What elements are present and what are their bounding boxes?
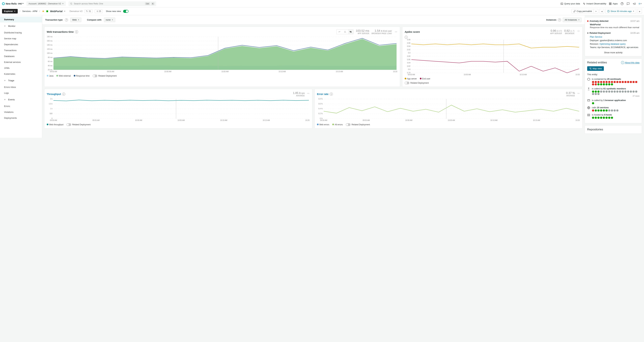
info-icon[interactable]: i [62,92,65,96]
sidebar-item[interactable]: Distributed tracing [0,30,42,36]
appserver-dot [405,78,406,80]
apps-label: Apps [613,2,618,5]
anomaly-entity: WebPortal [590,23,640,26]
related-title: Related entities [587,61,607,64]
workload-icon [587,78,590,81]
line-view-icon[interactable] [336,30,342,34]
deploy-toggle[interactable] [346,123,350,126]
deploy-service-link[interactable]: Plan Service [590,35,640,39]
info-icon[interactable]: i [330,92,333,96]
throughput-chart[interactable]: 05001 k1.5 k2 k09:50 AM09:55 AM10:00 AM1… [47,98,310,122]
list-pill[interactable]: 25 [95,10,102,13]
sidebar-item[interactable]: Logs [0,90,42,96]
entity-synthetic[interactable]: is called by 61 synthetic monitors 27 mo… [587,87,640,97]
time-next[interactable]: ▶ [638,9,642,14]
card-title[interactable]: Throughputi [47,92,65,96]
svg-text:10:20 AM: 10:20 AM [305,120,310,121]
web-transactions-card: Web transactions time i % 103.52 ms [44,27,400,87]
map-view-button[interactable]: Map view [587,66,604,71]
entity-browser[interactable]: is called by 1 browser application [587,99,640,104]
show-new-label: Show new view [106,10,121,12]
sidebar-section-monitor[interactable]: ▼ Monitor [0,22,42,30]
copy-permalink-button[interactable]: Copy permalink [572,9,594,14]
repositories-card: Repositories [585,125,642,134]
compare-select[interactable]: none▼ [104,18,115,22]
info-icon[interactable]: i [621,61,624,64]
deploy-toggle[interactable] [66,123,71,126]
deploy-toggle[interactable] [405,82,409,84]
throughput-val: 1.85 k [293,92,300,94]
service-selector[interactable]: WebPortal ▼ [50,10,66,13]
help-icon[interactable]: ? [558,18,561,22]
chart-view-toggle[interactable]: % [336,29,354,34]
svg-text:500: 500 [50,113,52,114]
anomaly-time: 10:07 am [630,20,640,22]
bar-view-icon[interactable] [342,30,348,34]
feedback-icon[interactable] [626,2,630,6]
star-icon[interactable]: ★ [42,10,44,13]
deploy-toggle[interactable] [92,74,97,77]
logo[interactable]: New Relic ONE™ [2,2,24,5]
sidebar-item[interactable]: External services [0,59,42,65]
show-new-toggle[interactable] [123,10,128,13]
instances-select[interactable]: All Instances▼ [563,18,582,22]
explorer-button[interactable]: Explorer ▼ [2,9,18,14]
info-icon[interactable]: i [75,30,78,34]
sidebar-item[interactable]: Transactions [0,48,42,53]
filter-bar: Transaction type ? Web▼ Compare with non… [42,15,585,24]
error-rate-card: Error ratei 0.37 %AVERAGE ⋯ 0 %0.2 %0.4 … [314,89,582,128]
sidebar-item[interactable]: Errors Inbox [0,84,42,90]
sidebar-item[interactable]: Violations [0,109,42,115]
svg-text:160 ms: 160 ms [47,40,52,42]
compare-label: Compare with [87,18,102,21]
global-search[interactable]: Search across New Relic One Ctrl K [68,1,156,6]
show-more-link[interactable]: Show more activity [587,49,640,54]
help-icon[interactable] [620,2,624,6]
announce-icon[interactable] [632,2,636,6]
sidebar-section-events[interactable]: ▼ Events [0,96,42,103]
web-transactions-chart[interactable]: 20 ms40 ms60 ms80 ms100 ms120 ms140 ms16… [47,36,398,73]
entity-hosts[interactable]: is hosted by 8 hosts [587,114,640,119]
apps-link[interactable]: Apps [609,2,618,5]
logo-icon [2,2,5,5]
deploy-revision-link[interactable]: Optimizing database query [600,43,626,45]
instant-obs-link[interactable]: Instant Observability [583,2,606,5]
more-icon[interactable]: ⋯ [577,92,580,95]
apps-icon [609,2,612,5]
time-picker[interactable]: Since 30 minutes ago ▼ [605,9,636,14]
more-icon[interactable]: ⋯ [394,30,398,34]
card-title[interactable]: Error ratei [317,92,333,96]
brand-suffix: ONE™ [18,3,24,5]
more-icon[interactable]: ⋯ [306,92,310,95]
sidebar-item[interactable]: Databases [0,53,42,59]
apdex-chart[interactable]: 0.780.80.820.840.860.880.90.920.940.960.… [405,39,580,76]
breadcrumb-services[interactable]: Services - APM [22,10,37,12]
sidebar-item[interactable]: JVMs [0,65,42,71]
sidebar-item-summary[interactable]: Summary [0,16,42,22]
info-icon[interactable]: i [405,36,408,39]
time-prev[interactable]: ◀ [600,9,604,14]
sidebar-item[interactable]: Service map [0,36,42,42]
pct-view[interactable]: % [348,30,353,34]
copy-label: Copy permalink [577,10,592,12]
sidebar-item[interactable]: Dependencies [0,42,42,48]
sidebar-item[interactable]: Errors [0,103,42,109]
svg-text:0.78: 0.78 [407,72,410,74]
query-data-link[interactable]: Query your data [560,2,580,5]
entity-workloads[interactable]: is contained by 25 workloads [587,78,640,85]
help-icon[interactable]: ? [65,18,68,22]
user-menu[interactable]: ▼ [638,2,642,6]
svg-text:2 k: 2 k [50,98,53,100]
more-icon[interactable]: ⋯ [577,29,580,32]
sidebar-section-triage[interactable]: ▼ Triage [0,77,42,84]
txn-type-select[interactable]: Web▼ [70,18,81,22]
permalink-dropdown[interactable]: ▼ [594,9,598,14]
entity-services[interactable]: calls 10 services [587,106,640,112]
error-chart[interactable]: 0 %0.2 %0.4 %0.6 %0.8 %09:50 AM09:55 AM1… [317,98,580,122]
svg-text:0.92: 0.92 [407,49,410,50]
sidebar-item[interactable]: Deployments [0,115,42,121]
about-data-link[interactable]: About this data [625,62,640,64]
sidebar-item[interactable]: Kubernetes [0,71,42,77]
account-selector[interactable]: Account: 1606862 - Demotron V2 ▼ [26,1,66,6]
tags-pill[interactable]: 31 [84,10,92,13]
